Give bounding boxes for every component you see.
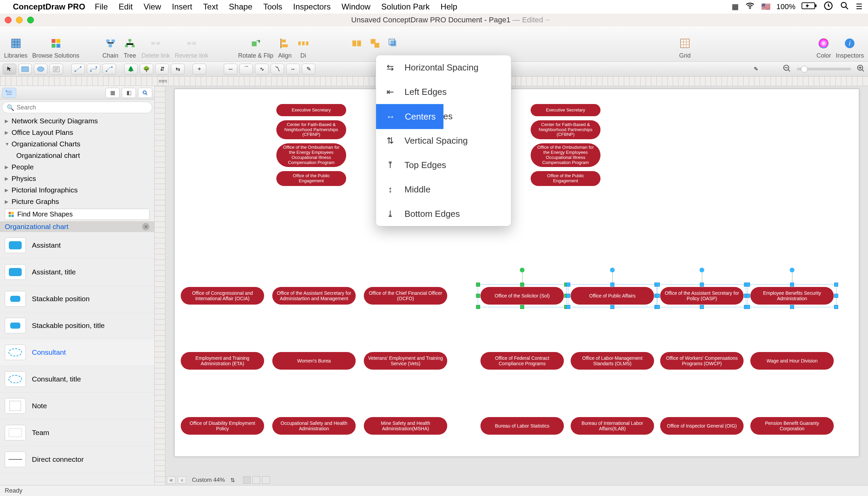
org-shape[interactable]: Office of the Ombudsman for the Energy E… (276, 143, 346, 167)
panel-view-list[interactable] (2, 88, 16, 98)
page-prev-fast[interactable]: « (167, 476, 176, 484)
tool-connector-1[interactable] (71, 64, 85, 75)
drawing-page[interactable]: Executive Secretary Center for Faith-Bas… (174, 89, 859, 457)
find-more-shapes[interactable]: Find More Shapes (5, 209, 150, 220)
zoom-in-button[interactable] (856, 64, 865, 74)
org-shape[interactable]: Office of Public Affairs (571, 287, 654, 305)
title-chevron-icon[interactable]: ﹀ (545, 18, 551, 24)
tool-rectangle[interactable] (18, 64, 32, 75)
spotlight-icon[interactable] (839, 1, 850, 13)
dropdown-option[interactable]: ⇆Horizontal Spacing (376, 55, 511, 80)
toolbar-color[interactable]: Color (817, 31, 831, 59)
wifi-icon[interactable] (745, 1, 755, 13)
panel-view-large[interactable]: ◧ (122, 88, 136, 98)
org-shape[interactable]: Office of Labor-Management Standarts (OL… (571, 352, 654, 370)
org-shape[interactable]: Office of Workers' Compensations Program… (660, 352, 744, 370)
dropdown-option[interactable]: ↕Middle (376, 177, 511, 202)
zoom-out-button[interactable] (782, 64, 791, 74)
toolbar-tree[interactable]: Tree (123, 31, 137, 59)
window-minimize-button[interactable] (16, 17, 23, 24)
tool-line[interactable]: ─ (224, 64, 237, 75)
panel-search-toggle[interactable] (138, 88, 152, 98)
menu-insert[interactable]: Insert (172, 2, 192, 12)
shape-item[interactable]: Consultant (0, 339, 154, 366)
tool-freehand[interactable]: ✎ (302, 64, 315, 75)
menu-solution-park[interactable]: Solution Park (381, 2, 430, 12)
tree-node[interactable]: ▶People (0, 161, 154, 173)
org-shape[interactable]: Center for Faith-Based & Neighborhood Pa… (276, 120, 346, 139)
menu-edit[interactable]: Edit (119, 2, 133, 12)
shape-item[interactable]: Note (0, 393, 154, 419)
org-shape[interactable]: Office of the Public Engagement (276, 171, 346, 186)
tool-tree-4[interactable]: ⇆ (171, 64, 184, 75)
toolbar-distribute[interactable]: Di (296, 31, 310, 59)
sublibrary-header[interactable]: Organizational chart ✕ (0, 221, 154, 232)
tool-pointer[interactable] (3, 64, 16, 75)
toolbar-browse-solutions[interactable]: Browse Solutions (32, 31, 79, 59)
dropdown-option[interactable]: ⤒Top Edges (376, 153, 511, 177)
tool-spline[interactable]: ∿ (255, 64, 269, 75)
shape-item[interactable]: Team (0, 419, 154, 446)
tool-polyline[interactable]: 〽 (271, 64, 284, 75)
org-shape[interactable]: Center for Faith-Based & Neighborhood Pa… (530, 120, 600, 139)
org-shape[interactable]: Office of the Ombudsman for the Energy E… (530, 143, 600, 167)
tree-node[interactable]: ▼Organizational Charts (0, 138, 154, 150)
org-shape[interactable]: Office of the Assistant Secretary for Po… (660, 287, 744, 305)
menu-shape[interactable]: Shape (229, 2, 252, 12)
app-name[interactable]: ConceptDraw PRO (13, 2, 85, 12)
org-shape[interactable]: Office of the Solicitor (Sol) (480, 287, 564, 305)
toolbar-grid[interactable]: Grid (678, 31, 692, 59)
dropdown-option[interactable]: ⇤Left Edges (376, 80, 511, 104)
page-tab[interactable] (243, 476, 251, 484)
clock-icon[interactable] (823, 1, 834, 13)
dropdown-option[interactable]: ⇅Vertical Spacing (376, 128, 511, 153)
library-search-input[interactable] (2, 102, 152, 113)
tool-arc[interactable]: ⌒ (239, 64, 253, 75)
page-tab[interactable] (253, 476, 260, 484)
menu-view[interactable]: View (144, 2, 161, 12)
shape-item[interactable]: Direct connector (0, 446, 154, 473)
tree-node[interactable]: ▶Picture Graphs (0, 196, 154, 207)
menu-list-icon[interactable]: ☰ (856, 2, 863, 11)
menu-window[interactable]: Window (341, 2, 370, 12)
control-strip-icon[interactable]: ▦ (732, 2, 739, 11)
org-shape[interactable]: Women's Burea (272, 352, 356, 370)
tree-node[interactable]: ▶Network Security Diagrams (0, 115, 154, 127)
page-prev[interactable]: ‹ (178, 476, 186, 484)
menu-tools[interactable]: Tools (263, 2, 282, 12)
org-shape[interactable]: Office of the Chief Financial Officer (O… (364, 287, 447, 305)
flag-us-icon[interactable]: 🇺🇸 (761, 2, 770, 11)
tool-connector-3[interactable] (102, 64, 116, 75)
org-shape[interactable]: Wage and Hour Division (750, 352, 834, 370)
close-icon[interactable]: ✕ (142, 223, 150, 230)
org-shape[interactable]: Executive Secretary (276, 104, 346, 116)
tool-tree-3[interactable]: ⇵ (155, 64, 169, 75)
org-shape[interactable]: Pension Benefit Guaranty Corporation (750, 417, 834, 435)
menu-inspectors[interactable]: Inspectors (293, 2, 331, 12)
toolbar-align[interactable]: Align (278, 31, 291, 59)
toolbar-inspectors[interactable]: i Inspectors (836, 31, 864, 59)
zoom-stepper-icon[interactable]: ⇅ (230, 477, 235, 484)
window-close-button[interactable] (5, 17, 12, 24)
panel-view-grid[interactable]: ▦ (105, 88, 120, 98)
shape-item[interactable]: Assistant, title (0, 259, 154, 285)
toolbar-rotate-flip[interactable]: Rotate & Flip (238, 31, 273, 59)
battery-icon[interactable] (802, 2, 817, 12)
window-zoom-button[interactable] (27, 17, 34, 24)
menu-text[interactable]: Text (203, 2, 218, 12)
org-shape[interactable]: Employment and Training Administration (… (181, 352, 264, 370)
org-shape[interactable]: Bureau of Labor Statistics (480, 417, 564, 435)
toolbar-chain[interactable]: Chain (102, 31, 118, 59)
tool-tree-1[interactable]: 🌲 (124, 64, 138, 75)
page-tab[interactable] (262, 476, 270, 484)
pencil-tool-icon[interactable]: ✎ (754, 66, 758, 72)
tool-ellipse[interactable] (34, 64, 47, 75)
canvas[interactable]: Executive Secretary Center for Faith-Bas… (155, 86, 868, 485)
tree-node[interactable]: ▶Physics (0, 173, 154, 184)
tree-node[interactable]: ▶Pictorial Infographics (0, 184, 154, 196)
org-shape[interactable]: Office of Concgressional and Internation… (181, 287, 264, 305)
tool-dimension[interactable]: ↔ (286, 64, 300, 75)
zoom-readout[interactable]: Custom 44% (189, 477, 228, 483)
org-shape[interactable]: Office of Disability Employment Policy (181, 417, 264, 435)
org-shape[interactable]: Office of Inspector General (OIG) (660, 417, 744, 435)
